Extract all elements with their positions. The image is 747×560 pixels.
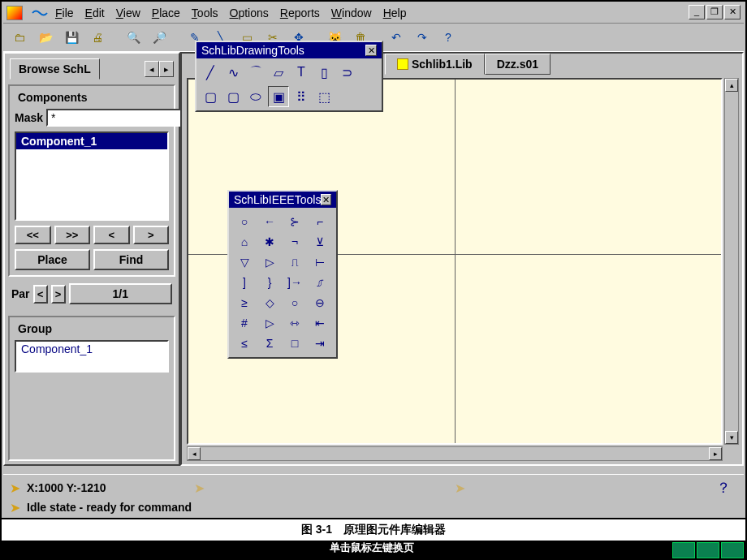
menu-edit[interactable]: Edit	[80, 5, 110, 21]
drawing-tools-title[interactable]: SchLibDrawingTools ✕	[196, 42, 382, 58]
ieee-rightshift-icon[interactable]: ⇥	[309, 334, 330, 352]
tool-new-icon[interactable]: 🗀	[10, 28, 29, 47]
line-tool-icon[interactable]: ╱	[200, 62, 221, 83]
components-list[interactable]: Component_1	[15, 131, 169, 221]
tool-print-icon[interactable]: 🖨	[88, 28, 107, 47]
image-tool-icon[interactable]: ▣	[268, 86, 289, 107]
ieee-pulse-icon[interactable]: ⎍	[284, 253, 305, 271]
text-tool-icon[interactable]: T	[291, 62, 312, 83]
ieee-not-icon[interactable]: ¬	[284, 233, 305, 251]
app-icon	[6, 6, 23, 20]
bezier-tool-icon[interactable]: ∿	[222, 62, 244, 83]
ieee-triangle-icon[interactable]: ▷	[259, 314, 280, 332]
doc-tab-active[interactable]: Schlib1.Lib	[385, 54, 485, 75]
ieee-postponed-icon[interactable]: ⊻	[309, 233, 330, 251]
ieee-hash-icon[interactable]: #	[234, 314, 255, 332]
nav-prevgrp-button[interactable]: >>	[54, 226, 91, 244]
rect-tool-icon[interactable]: ▯	[313, 62, 335, 83]
menu-place[interactable]: Place	[147, 5, 185, 21]
part-tool-icon[interactable]: ⬚	[313, 86, 335, 107]
ieee-analog-icon[interactable]: ⌂	[234, 233, 255, 251]
ieee-group2-icon[interactable]: }	[259, 274, 280, 291]
part-prev-button[interactable]: <	[33, 285, 48, 304]
ieee-leftshift-icon[interactable]: ⇤	[309, 314, 330, 332]
scroll-left-icon[interactable]: ◂	[188, 447, 201, 460]
ellipse-tool-icon[interactable]: ⬭	[245, 86, 266, 107]
menu-file[interactable]: FFileile	[50, 5, 79, 21]
ieee-lte-icon[interactable]: ≤	[234, 334, 255, 352]
nav-prev-button[interactable]: <	[93, 226, 130, 244]
list-item[interactable]: Component_1	[16, 133, 167, 149]
tab-scroll-left[interactable]: ◂	[145, 61, 159, 77]
ieee-schmitt-icon[interactable]: ⎎	[309, 274, 330, 291]
roundrect-tool-icon[interactable]: ▢	[222, 86, 244, 107]
ieee-input-icon[interactable]: ]→	[284, 274, 305, 291]
tool-redo-icon[interactable]: ↷	[412, 28, 432, 47]
ieee-sigma-icon[interactable]: Σ	[259, 334, 280, 352]
ieee-tools-window[interactable]: SchLibIEEETools ✕ ○ ← ⊱ ⌐ ⌂ ✱ ¬ ⊻ ▽ ▷ ⎍ …	[227, 190, 338, 359]
menu-help[interactable]: Help	[378, 5, 412, 21]
list-item[interactable]: Component_1	[16, 342, 167, 356]
ieee-clock-icon[interactable]: ⊱	[284, 213, 305, 230]
ieee-activelow-icon[interactable]: ⌐	[309, 213, 330, 230]
tool-save-icon[interactable]: 💾	[62, 28, 81, 47]
decorator-icon	[31, 7, 49, 19]
help-icon[interactable]: ？	[716, 478, 731, 498]
tab-scroll-right[interactable]: ▸	[159, 61, 174, 77]
menu-window[interactable]: Window	[326, 5, 377, 21]
browse-tab[interactable]: Browse SchL	[10, 58, 100, 80]
close-icon[interactable]: ✕	[365, 45, 377, 56]
menu-reports[interactable]: Reports	[275, 5, 325, 21]
ieee-delay-icon[interactable]: ⊢	[309, 253, 330, 271]
group-list[interactable]: Component_1	[15, 340, 169, 373]
find-button[interactable]: Find	[93, 249, 169, 270]
drawing-tools-window[interactable]: SchLibDrawingTools ✕ ╱ ∿ ⌒ ▱ T ▯ ⊃ ▢ ▢ ⬭…	[195, 41, 383, 112]
scroll-down-icon[interactable]: ▾	[725, 431, 738, 444]
arc-tool-icon[interactable]: ⌒	[245, 62, 266, 83]
vertical-scrollbar[interactable]: ▴ ▾	[724, 78, 739, 445]
ieee-square-icon[interactable]: □	[284, 334, 305, 352]
array-tool-icon[interactable]: ⠿	[291, 86, 312, 107]
ieee-opencollector-icon[interactable]: ▽	[234, 253, 255, 271]
ieee-theta-icon[interactable]: ⊖	[309, 294, 330, 312]
close-button[interactable]: ✕	[724, 5, 741, 19]
scroll-right-icon[interactable]: ▸	[709, 447, 722, 460]
doc-tab-inactive[interactable]: Dzz.s01	[485, 54, 551, 75]
nav-next-button[interactable]: >	[133, 226, 170, 244]
horizontal-scrollbar[interactable]: ◂ ▸	[187, 446, 723, 461]
ieee-hiz-icon[interactable]: ▷	[259, 253, 280, 271]
mask-label: Mask	[15, 111, 43, 124]
close-icon[interactable]: ✕	[321, 194, 331, 205]
menu-tools[interactable]: Tools	[187, 5, 223, 21]
ieee-bidir-icon[interactable]: ⇿	[284, 314, 305, 332]
tool-help-icon[interactable]: ?	[438, 28, 458, 47]
scroll-up-icon[interactable]: ▴	[725, 79, 738, 92]
ieee-openemitter-icon[interactable]: ≥	[234, 294, 255, 312]
ieee-tools-title[interactable]: SchLibIEEETools ✕	[229, 192, 336, 208]
tool-zoomout-icon[interactable]: 🔎	[149, 28, 169, 47]
drawing-tools-label: SchLibDrawingTools	[201, 44, 304, 57]
ieee-circle-icon[interactable]: ○	[234, 213, 255, 230]
nav-first-button[interactable]: <<	[15, 226, 51, 244]
ieee-star-icon[interactable]: ✱	[259, 233, 280, 251]
arrow-icon: ➤	[194, 480, 205, 496]
tool-undo-icon[interactable]: ↶	[386, 28, 406, 47]
ieee-diamond-icon[interactable]: ◇	[259, 294, 280, 312]
fillrect-tool-icon[interactable]: ▢	[200, 86, 221, 107]
pin-tool-icon[interactable]: ⊃	[336, 62, 357, 83]
group-title: Group	[18, 322, 169, 335]
tool-zoomin-icon[interactable]: 🔍	[123, 28, 143, 47]
place-button[interactable]: Place	[15, 249, 90, 270]
ieee-leftarrow-icon[interactable]: ←	[259, 213, 280, 230]
ieee-circle2-icon[interactable]: ○	[284, 294, 305, 312]
tool-open-icon[interactable]: 📂	[36, 28, 55, 47]
restore-button[interactable]: ❐	[706, 5, 723, 19]
menu-options[interactable]: Options	[225, 5, 274, 21]
ieee-group1-icon[interactable]: ]	[234, 274, 255, 291]
part-next-button[interactable]: >	[51, 285, 66, 304]
polygon-tool-icon[interactable]: ▱	[268, 62, 289, 83]
minimize-button[interactable]: _	[689, 5, 705, 19]
mask-input[interactable]	[46, 109, 198, 127]
menu-view[interactable]: View	[111, 5, 145, 21]
indicator-box	[672, 542, 695, 558]
